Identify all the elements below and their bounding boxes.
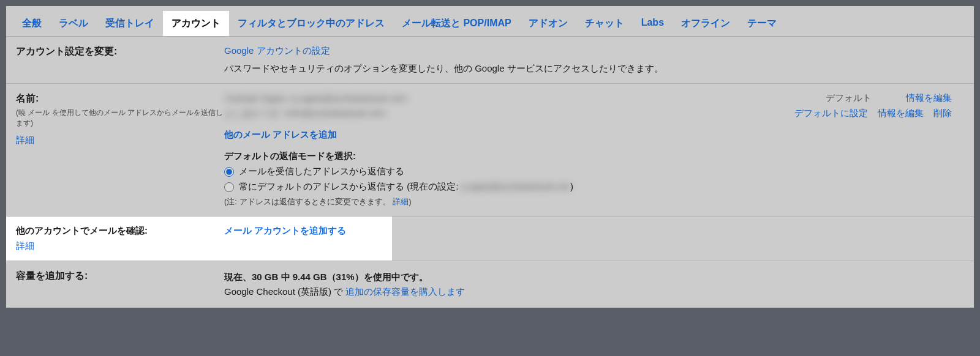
check-mail-details-link[interactable]: 詳細 [16, 240, 205, 252]
reply-from-default-radio[interactable] [224, 182, 234, 192]
change-account-title: アカウント設定を変更: [16, 45, 224, 58]
reply-from-received-radio[interactable] [224, 167, 234, 177]
section-change-account: アカウント設定を変更: Google アカウントの設定 パスワードやセキュリティ… [6, 37, 974, 84]
name-details-link[interactable]: 詳細 [16, 135, 224, 146]
name-subtitle: (暁 メール を使用して他のメール アドレスからメールを送信します) [16, 108, 224, 128]
reply-from-default-label: 常にデフォルトのアドレスから返信する (現在の設定: y.ogata@yoshi… [239, 181, 573, 193]
section-send-mail-as: 名前: (暁 メール を使用して他のメール アドレスからメールを送信します) 詳… [6, 84, 974, 217]
tab-labels[interactable]: ラベル [50, 11, 97, 36]
change-account-desc: パスワードやセキュリティのオプションを変更したり、他の Google サービスに… [224, 63, 964, 75]
google-account-settings-link[interactable]: Google アカウントの設定 [224, 45, 330, 56]
address-row-1: Yoshiaki Ogata <y.ogata@yoshiakatsuki.ne… [224, 93, 408, 103]
tab-inbox[interactable]: 受信トレイ [97, 11, 163, 36]
name-title: 名前: [16, 92, 224, 105]
purchase-storage-link[interactable]: 追加の保存容量を購入します [345, 286, 465, 297]
edit-info-link-1[interactable]: 情報を編集 [906, 92, 952, 104]
tab-chat[interactable]: チャット [576, 11, 633, 36]
edit-info-link-2[interactable]: 情報を編集 [878, 108, 924, 119]
tab-offline[interactable]: オフライン [673, 11, 739, 36]
reply-mode-title: デフォルトの返信モードを選択: [224, 150, 964, 162]
tab-labs[interactable]: Labs [633, 11, 673, 36]
section-check-mail: 他のアカウントでメールを確認: 詳細 メール アカウントを追加する [6, 217, 974, 261]
address-row-2: よしあかつき <info@yoshiakatsuki.net> [224, 108, 387, 118]
storage-title: 容量を追加する: [16, 270, 224, 283]
settings-tabs: 全般 ラベル 受信トレイ アカウント フィルタとブロック中のアドレス メール転送… [6, 6, 974, 37]
default-label: デフォルト [826, 92, 872, 104]
tab-themes[interactable]: テーマ [739, 11, 785, 36]
tab-addons[interactable]: アドオン [520, 11, 576, 36]
add-another-address-link[interactable]: 他のメール アドレスを追加 [224, 129, 964, 141]
storage-usage: 現在、30 GB 中 9.44 GB（31%）を使用中です。 [224, 270, 964, 284]
section-add-storage: 容量を追加する: 現在、30 GB 中 9.44 GB（31%）を使用中です。 … [6, 261, 974, 308]
check-mail-title: 他のアカウントでメールを確認: [16, 225, 205, 237]
reply-mode-note: (注: アドレスは返信するときに変更できます。 詳細) [224, 196, 964, 207]
reply-note-details-link[interactable]: 詳細 [393, 197, 409, 206]
tab-accounts[interactable]: アカウント [163, 11, 229, 36]
tab-forwarding[interactable]: メール転送と POP/IMAP [393, 11, 520, 36]
add-mail-account-link[interactable]: メール アカウントを追加する [224, 225, 382, 237]
storage-purchase-line: Google Checkout (英語版) で 追加の保存容量を購入します [224, 284, 964, 299]
tab-general[interactable]: 全般 [13, 11, 50, 36]
tab-filters[interactable]: フィルタとブロック中のアドレス [229, 11, 393, 36]
make-default-link[interactable]: デフォルトに設定 [794, 108, 868, 119]
reply-from-received-label: メールを受信したアドレスから返信する [239, 166, 404, 177]
delete-link[interactable]: 削除 [933, 108, 952, 119]
